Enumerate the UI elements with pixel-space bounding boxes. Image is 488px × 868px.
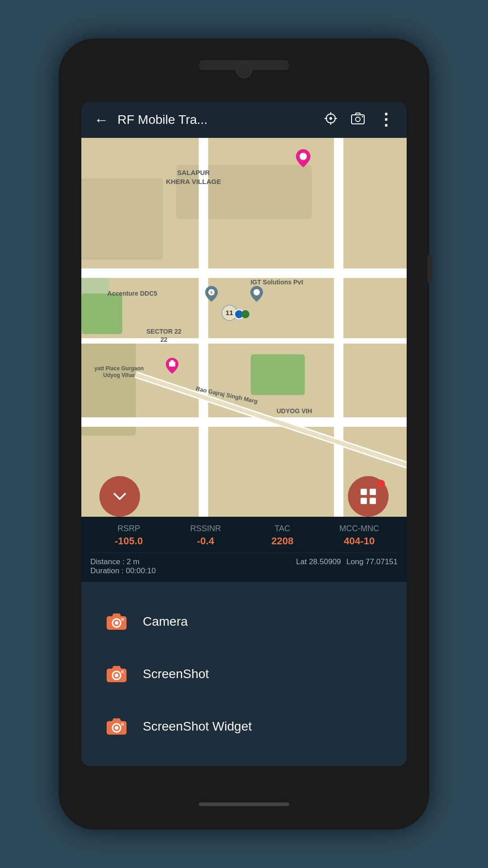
camera-icon-1 [104,661,129,687]
lat-text: Lat 28.50909 [296,557,341,576]
metric-mcc: MCC-MNC 404-10 [321,524,398,547]
svg-rect-37 [121,618,124,621]
map-label-salapur: SALAPUR KHERA VILLAGE [166,168,221,186]
metric-rssinr-value: -0.4 [167,535,244,547]
fab-grid-button[interactable] [348,476,389,517]
camera-icon-0 [104,609,129,634]
cluster-marker: 11 [221,305,238,321]
metric-rssinr: RSSINR -0.4 [167,524,244,547]
metric-rsrp-value: -105.0 [90,535,167,547]
map-label-accenture: Accenture DDC5 [108,289,157,297]
metrics-row: RSRP -105.0 RSSINR -0.4 TAC 2208 MCC-MNC… [90,524,398,552]
map-pin-pink-top [296,149,310,169]
metric-rssinr-label: RSSINR [167,524,244,533]
app-title: RF Mobile Tra... [117,113,314,127]
map-label-igt: IGT Solutions Pvt [250,278,303,286]
svg-rect-46 [121,723,124,726]
svg-rect-22 [82,293,122,334]
locate-icon[interactable] [320,108,342,132]
location-row: Distance : 2 m Duration : 00:00:10 Lat 2… [90,552,398,582]
metric-tac-value: 2208 [244,535,321,547]
metric-mcc-value: 404-10 [321,535,398,547]
top-bar: ← RF Mobile Tra... [81,102,407,138]
metric-mcc-label: MCC-MNC [321,524,398,533]
menu-screenshot-label: ScreenShot [143,667,209,681]
menu-item-screenshot-widget[interactable]: ScreenShot Widget [81,700,407,753]
map-area: SALAPUR KHERA VILLAGE Accenture DDC5 IGT… [81,138,407,517]
phone-camera [236,62,252,78]
svg-point-41 [115,674,118,677]
menu-screenshot-widget-label: ScreenShot Widget [143,719,252,734]
fab-collapse-button[interactable] [99,476,140,517]
map-label-sector22: SECTOR 22 22 [146,327,182,344]
map-pin-pink-mid [166,358,178,376]
camera-header-icon[interactable] [347,108,369,132]
svg-rect-33 [370,498,376,504]
svg-rect-10 [81,179,163,260]
menu-overlay: Camera ScreenShot [81,582,407,766]
map-pin-blue-2 [250,286,263,304]
svg-point-29 [253,289,260,295]
menu-item-camera[interactable]: Camera [81,595,407,648]
map-label-udyog-vih: UDYOG VIH [277,407,312,415]
duration-text: Duration : 00:00:10 [90,566,156,576]
camera-icon-2 [104,714,129,739]
metric-tac: TAC 2208 [244,524,321,547]
svg-point-8 [362,116,363,117]
home-bar [199,802,289,806]
location-left: Distance : 2 m Duration : 00:00:10 [90,557,156,576]
svg-point-5 [329,117,332,120]
svg-point-7 [356,117,360,122]
svg-rect-23 [251,354,305,395]
metric-rsrp: RSRP -105.0 [90,524,167,547]
svg-point-45 [115,726,118,730]
menu-item-screenshot[interactable]: ScreenShot [81,648,407,700]
map-pin-blue-1: 5 [205,286,218,304]
phone-frame: ← RF Mobile Tra... [59,38,429,830]
svg-rect-30 [361,489,367,495]
menu-camera-label: Camera [143,614,188,629]
svg-rect-42 [121,670,124,673]
svg-rect-26 [171,360,174,363]
data-panel: RSRP -105.0 RSSINR -0.4 TAC 2208 MCC-MNC… [81,517,407,582]
metric-tac-label: TAC [244,524,321,533]
phone-screen: ← RF Mobile Tra... [81,102,407,766]
svg-point-24 [300,153,307,160]
svg-rect-32 [361,498,367,504]
map-label-udyog: yatt Place Gurgaon Udyog Vihar [94,365,144,379]
back-button[interactable]: ← [90,108,112,132]
long-text: Long 77.07151 [347,557,398,576]
svg-point-36 [115,621,118,625]
volume-button [427,255,433,283]
svg-text:5: 5 [210,290,212,295]
more-menu-icon[interactable]: ⋮ [374,112,398,127]
svg-rect-31 [370,489,376,495]
notification-dot [377,480,385,488]
metric-rsrp-label: RSRP [90,524,167,533]
distance-text: Distance : 2 m [90,557,156,566]
location-right: Lat 28.50909 Long 77.07151 [296,557,398,576]
